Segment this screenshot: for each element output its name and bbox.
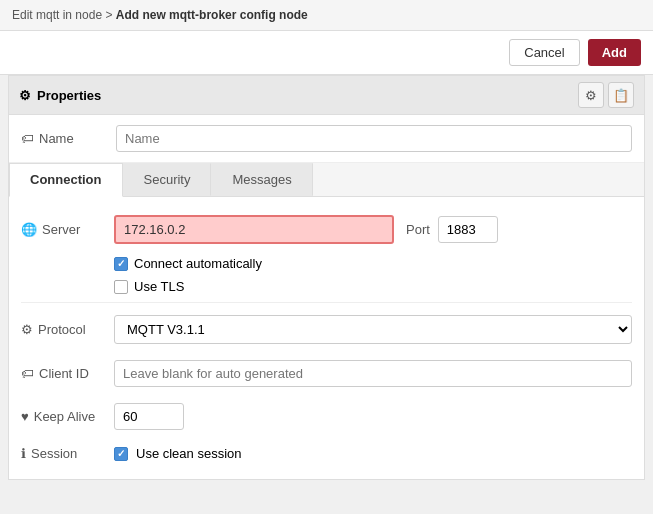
panel-header-title: Properties: [19, 88, 101, 103]
session-label: ℹ Session: [21, 446, 106, 461]
connect-auto-checkbox[interactable]: [114, 257, 128, 271]
document-icon-button[interactable]: 📋: [608, 82, 634, 108]
client-id-label: 🏷 Client ID: [21, 366, 106, 381]
use-tls-row: Use TLS: [21, 275, 632, 298]
add-button[interactable]: Add: [588, 39, 641, 66]
connect-auto-label: Connect automatically: [134, 256, 262, 271]
tag-icon: 🏷: [21, 131, 34, 146]
info-icon: ℹ: [21, 446, 26, 461]
clean-session-label: Use clean session: [136, 446, 242, 461]
name-input[interactable]: [116, 125, 632, 152]
keep-alive-label: ♥ Keep Alive: [21, 409, 106, 424]
name-label: 🏷 Name: [21, 131, 106, 146]
panel-title-label: Properties: [37, 88, 101, 103]
form-body: 🌐 Server Port Connect automatically Use …: [9, 197, 644, 479]
protocol-select[interactable]: MQTT V3.1.1 MQTT V3.1 MQTT V5: [114, 315, 632, 344]
tab-connection[interactable]: Connection: [9, 163, 123, 197]
action-bar: Cancel Add: [0, 31, 653, 75]
protocol-label: ⚙ Protocol: [21, 322, 106, 337]
use-tls-label: Use TLS: [134, 279, 184, 294]
gear-icon-protocol: ⚙: [21, 322, 33, 337]
client-id-row: 🏷 Client ID: [21, 352, 632, 395]
keep-alive-row: ♥ Keep Alive: [21, 395, 632, 438]
globe-icon: 🌐: [21, 222, 37, 237]
tag-icon-client: 🏷: [21, 366, 34, 381]
session-row: ℹ Session Use clean session: [21, 438, 632, 469]
server-row: 🌐 Server Port: [21, 207, 632, 252]
port-label: Port: [406, 222, 430, 237]
breadcrumb-prefix: Edit mqtt in node >: [12, 8, 116, 22]
tab-security[interactable]: Security: [123, 163, 212, 196]
connect-auto-row: Connect automatically: [21, 252, 632, 275]
settings-icon-button[interactable]: ⚙: [578, 82, 604, 108]
protocol-row: ⚙ Protocol MQTT V3.1.1 MQTT V3.1 MQTT V5: [21, 307, 632, 352]
breadcrumb: Edit mqtt in node > Add new mqtt-broker …: [0, 0, 653, 31]
server-input[interactable]: [114, 215, 394, 244]
panel-header-actions: ⚙ 📋: [578, 82, 634, 108]
gear-icon: [19, 88, 31, 103]
heart-icon: ♥: [21, 409, 29, 424]
tab-messages[interactable]: Messages: [211, 163, 312, 196]
keep-alive-input[interactable]: [114, 403, 184, 430]
cancel-button[interactable]: Cancel: [509, 39, 579, 66]
server-label: 🌐 Server: [21, 222, 106, 237]
breadcrumb-title: Add new mqtt-broker config node: [116, 8, 308, 22]
properties-panel: Properties ⚙ 📋 🏷 Name Connection Securit…: [8, 75, 645, 480]
tabs-bar: Connection Security Messages: [9, 163, 644, 197]
client-id-input[interactable]: [114, 360, 632, 387]
use-tls-checkbox[interactable]: [114, 280, 128, 294]
name-row: 🏷 Name: [9, 115, 644, 163]
port-input[interactable]: [438, 216, 498, 243]
panel-header: Properties ⚙ 📋: [9, 76, 644, 115]
clean-session-checkbox[interactable]: [114, 447, 128, 461]
